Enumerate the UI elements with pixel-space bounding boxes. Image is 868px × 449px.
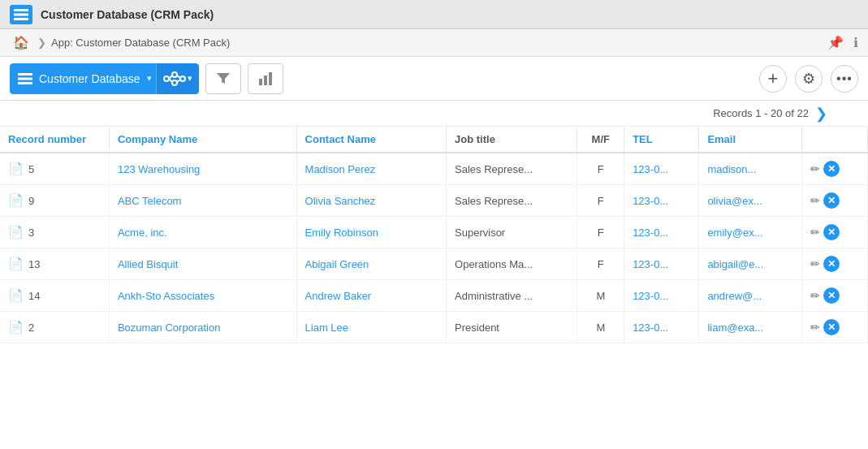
title-bar: Customer Database (CRM Pack): [0, 0, 868, 29]
data-table: Record number Company Name Contact Name …: [0, 127, 868, 343]
next-page-button[interactable]: ❯: [815, 105, 827, 123]
flow-chevron-icon: ▾: [188, 73, 192, 84]
delete-button[interactable]: ✕: [823, 224, 840, 240]
col-header-contact: Contact Name: [296, 127, 447, 153]
delete-button[interactable]: ✕: [823, 319, 840, 335]
filter-button[interactable]: [205, 63, 241, 94]
svg-rect-16: [269, 72, 272, 85]
col-header-actions: [802, 127, 868, 153]
col-header-company: Company Name: [109, 127, 296, 153]
cell-record: 📄 2: [0, 312, 109, 343]
records-bar: Records 1 - 20 of 22 ❯: [0, 101, 868, 127]
edit-button[interactable]: ✏: [810, 194, 820, 207]
cell-company[interactable]: Acme, inc.: [109, 217, 296, 248]
view-flow-dropdown[interactable]: ▾: [156, 63, 199, 94]
delete-button[interactable]: ✕: [823, 161, 840, 177]
app-icon: [10, 5, 32, 24]
records-count: Records 1 - 20 of 22: [713, 107, 809, 119]
cell-job: Operations Ma...: [447, 248, 577, 280]
more-button[interactable]: •••: [831, 65, 858, 93]
table-row: 📄 2 Bozuman Corporation Liam Lee Preside…: [0, 312, 868, 343]
delete-button[interactable]: ✕: [823, 256, 840, 272]
svg-rect-2: [14, 18, 28, 20]
cell-job: Administrative ...: [447, 280, 577, 312]
pin-icon[interactable]: 📌: [827, 35, 844, 50]
cell-email[interactable]: emily@ex...: [699, 217, 802, 248]
svg-point-8: [172, 80, 177, 85]
cell-record: 📄 14: [0, 280, 109, 312]
cell-tel[interactable]: 123-0...: [624, 280, 699, 312]
edit-button[interactable]: ✏: [810, 162, 820, 175]
home-button[interactable]: 🏠: [10, 33, 32, 52]
cell-actions: ✏ ✕: [802, 280, 868, 312]
cell-contact[interactable]: Madison Perez: [296, 153, 447, 185]
edit-button[interactable]: ✏: [810, 257, 820, 270]
doc-icon: 📄: [8, 193, 24, 208]
cell-company[interactable]: Bozuman Corporation: [109, 312, 296, 343]
doc-icon: 📄: [8, 162, 24, 176]
cell-job: Sales Represe...: [447, 153, 577, 185]
delete-button[interactable]: ✕: [823, 192, 840, 209]
cell-email[interactable]: andrew@...: [699, 280, 802, 312]
svg-line-11: [169, 79, 172, 82]
cell-tel[interactable]: 123-0...: [624, 217, 699, 248]
cell-contact[interactable]: Olivia Sanchez: [296, 185, 447, 217]
edit-button[interactable]: ✏: [810, 321, 820, 334]
cell-actions: ✏ ✕: [802, 248, 868, 280]
breadcrumb-separator: ❯: [37, 37, 46, 49]
cell-email[interactable]: abigail@e...: [699, 248, 802, 280]
cell-mf: F: [577, 153, 624, 185]
edit-button[interactable]: ✏: [810, 226, 820, 239]
cell-contact[interactable]: Andrew Baker: [296, 280, 447, 312]
svg-point-6: [164, 76, 169, 81]
cell-company[interactable]: Allied Bisquit: [109, 248, 296, 280]
table-row: 📄 9 ABC Telecom Olivia Sanchez Sales Rep…: [0, 185, 868, 217]
svg-rect-0: [14, 9, 28, 11]
cell-company[interactable]: Ankh-Sto Associates: [109, 280, 296, 312]
table-header-row: Record number Company Name Contact Name …: [0, 127, 868, 153]
table-row: 📄 3 Acme, inc. Emily Robinson Supervisor…: [0, 217, 868, 248]
view-selector-button[interactable]: Customer Database ▾: [10, 63, 160, 94]
cell-email[interactable]: liam@exa...: [699, 312, 802, 343]
cell-mf: F: [577, 185, 624, 217]
breadcrumb-text: App: Customer Database (CRM Pack): [51, 37, 230, 49]
col-header-job: Job title: [447, 127, 577, 153]
svg-line-12: [177, 76, 180, 78]
cell-job: President: [447, 312, 577, 343]
info-icon[interactable]: ℹ: [853, 35, 858, 50]
cell-actions: ✏ ✕: [802, 153, 868, 185]
add-button[interactable]: +: [759, 65, 787, 93]
doc-icon: 📄: [8, 288, 24, 303]
col-header-tel: TEL: [624, 127, 699, 153]
cell-email[interactable]: madison...: [699, 153, 802, 185]
svg-rect-14: [259, 79, 262, 85]
settings-button[interactable]: ⚙: [795, 65, 823, 93]
svg-rect-15: [264, 76, 267, 85]
cell-tel[interactable]: 123-0...: [624, 185, 699, 217]
col-header-mf: M/F: [577, 127, 624, 153]
cell-mf: F: [577, 248, 624, 280]
breadcrumb-bar: 🏠 ❯ App: Customer Database (CRM Pack) 📌 …: [0, 29, 868, 57]
delete-button[interactable]: ✕: [823, 287, 840, 304]
cell-actions: ✏ ✕: [802, 217, 868, 248]
table-row: 📄 5 123 Warehousing Madison Perez Sales …: [0, 153, 868, 185]
cell-contact[interactable]: Abigail Green: [296, 248, 447, 280]
cell-tel[interactable]: 123-0...: [624, 153, 699, 185]
col-header-email: Email: [699, 127, 802, 153]
cell-tel[interactable]: 123-0...: [624, 312, 699, 343]
cell-contact[interactable]: Liam Lee: [296, 312, 447, 343]
edit-button[interactable]: ✏: [810, 289, 820, 302]
doc-icon: 📄: [8, 320, 24, 335]
toolbar: Customer Database ▾ ▾: [0, 57, 868, 101]
cell-email[interactable]: olivia@ex...: [699, 185, 802, 217]
cell-record: 📄 9: [0, 185, 109, 217]
chart-button[interactable]: [248, 63, 283, 94]
cell-company[interactable]: ABC Telecom: [109, 185, 296, 217]
cell-company[interactable]: 123 Warehousing: [109, 153, 296, 185]
doc-icon: 📄: [8, 257, 24, 271]
table-container: 2 3 Record number Company Name Contact N…: [0, 127, 868, 449]
cell-tel[interactable]: 123-0...: [624, 248, 699, 280]
chevron-down-icon: ▾: [147, 73, 152, 84]
cell-mf: M: [577, 280, 624, 312]
cell-contact[interactable]: Emily Robinson: [296, 217, 447, 248]
